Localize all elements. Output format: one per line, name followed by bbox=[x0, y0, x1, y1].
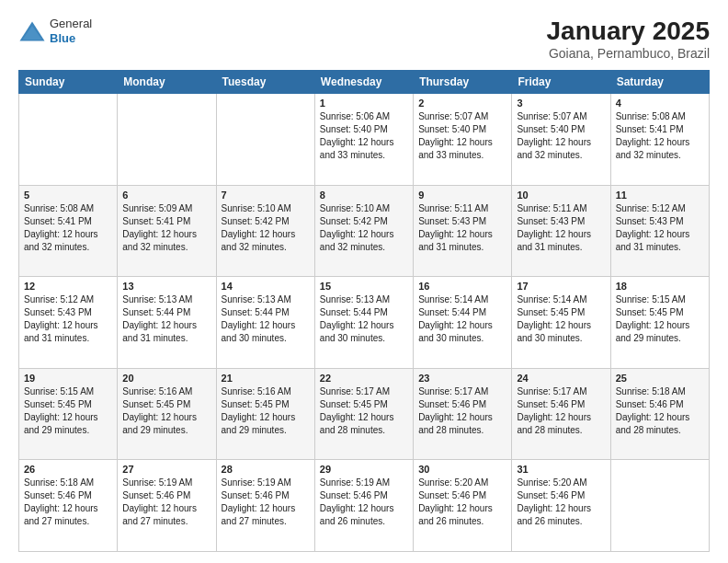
day-number: 13 bbox=[122, 281, 210, 292]
calendar-cell: 22Sunrise: 5:17 AMSunset: 5:45 PMDayligh… bbox=[314, 368, 413, 460]
day-info: Sunrise: 5:17 AMSunset: 5:46 PMDaylight:… bbox=[517, 385, 605, 437]
calendar-cell: 5Sunrise: 5:08 AMSunset: 5:41 PMDaylight… bbox=[19, 185, 118, 277]
calendar-cell: 28Sunrise: 5:19 AMSunset: 5:46 PMDayligh… bbox=[216, 460, 314, 552]
calendar-cell: 18Sunrise: 5:15 AMSunset: 5:45 PMDayligh… bbox=[610, 277, 709, 369]
day-number: 9 bbox=[418, 190, 506, 201]
calendar-cell: 30Sunrise: 5:20 AMSunset: 5:46 PMDayligh… bbox=[414, 460, 512, 552]
calendar-cell: 31Sunrise: 5:20 AMSunset: 5:46 PMDayligh… bbox=[512, 460, 610, 552]
day-info: Sunrise: 5:16 AMSunset: 5:45 PMDaylight:… bbox=[122, 385, 210, 437]
day-number: 18 bbox=[616, 281, 704, 292]
day-info: Sunrise: 5:17 AMSunset: 5:46 PMDaylight:… bbox=[418, 385, 506, 437]
calendar-cell: 8Sunrise: 5:10 AMSunset: 5:42 PMDaylight… bbox=[314, 185, 413, 277]
day-info: Sunrise: 5:17 AMSunset: 5:45 PMDaylight:… bbox=[320, 385, 408, 437]
calendar-cell bbox=[19, 94, 118, 186]
day-info: Sunrise: 5:08 AMSunset: 5:41 PMDaylight:… bbox=[616, 110, 704, 162]
calendar-cell bbox=[118, 94, 216, 186]
day-info: Sunrise: 5:14 AMSunset: 5:44 PMDaylight:… bbox=[418, 293, 506, 345]
day-info: Sunrise: 5:08 AMSunset: 5:41 PMDaylight:… bbox=[24, 202, 112, 254]
day-number: 16 bbox=[418, 281, 506, 292]
title-section: January 2025 Goiana, Pernambuco, Brazil bbox=[547, 17, 710, 61]
calendar-header-friday: Friday bbox=[512, 71, 610, 94]
calendar-cell: 13Sunrise: 5:13 AMSunset: 5:44 PMDayligh… bbox=[118, 277, 216, 369]
calendar-cell: 7Sunrise: 5:10 AMSunset: 5:42 PMDaylight… bbox=[216, 185, 314, 277]
calendar-cell: 1Sunrise: 5:06 AMSunset: 5:40 PMDaylight… bbox=[314, 94, 413, 186]
calendar-week-1: 1Sunrise: 5:06 AMSunset: 5:40 PMDaylight… bbox=[19, 94, 710, 186]
calendar-cell: 4Sunrise: 5:08 AMSunset: 5:41 PMDaylight… bbox=[610, 94, 709, 186]
day-info: Sunrise: 5:20 AMSunset: 5:46 PMDaylight:… bbox=[517, 477, 605, 528]
day-number: 17 bbox=[517, 281, 605, 292]
day-number: 29 bbox=[320, 464, 408, 475]
day-number: 3 bbox=[517, 98, 605, 109]
day-info: Sunrise: 5:10 AMSunset: 5:42 PMDaylight:… bbox=[320, 202, 408, 254]
main-title: January 2025 bbox=[547, 17, 710, 46]
calendar-header-sunday: Sunday bbox=[19, 71, 118, 94]
calendar-cell: 14Sunrise: 5:13 AMSunset: 5:44 PMDayligh… bbox=[216, 277, 314, 369]
day-info: Sunrise: 5:18 AMSunset: 5:46 PMDaylight:… bbox=[616, 385, 704, 437]
calendar-cell: 26Sunrise: 5:18 AMSunset: 5:46 PMDayligh… bbox=[19, 460, 118, 552]
day-info: Sunrise: 5:19 AMSunset: 5:46 PMDaylight:… bbox=[122, 477, 210, 528]
day-info: Sunrise: 5:15 AMSunset: 5:45 PMDaylight:… bbox=[616, 293, 704, 345]
calendar-cell: 29Sunrise: 5:19 AMSunset: 5:46 PMDayligh… bbox=[314, 460, 413, 552]
calendar-header-wednesday: Wednesday bbox=[314, 71, 413, 94]
day-number: 23 bbox=[418, 373, 506, 384]
day-info: Sunrise: 5:10 AMSunset: 5:42 PMDaylight:… bbox=[222, 202, 310, 254]
page: General Blue January 2025 Goiana, Pernam… bbox=[0, 0, 728, 563]
calendar-cell: 6Sunrise: 5:09 AMSunset: 5:41 PMDaylight… bbox=[118, 185, 216, 277]
logo-general: General bbox=[50, 17, 92, 31]
calendar-cell: 17Sunrise: 5:14 AMSunset: 5:45 PMDayligh… bbox=[512, 277, 610, 369]
calendar-cell: 24Sunrise: 5:17 AMSunset: 5:46 PMDayligh… bbox=[512, 368, 610, 460]
logo: General Blue bbox=[18, 17, 92, 45]
calendar-header-thursday: Thursday bbox=[414, 71, 512, 94]
day-info: Sunrise: 5:11 AMSunset: 5:43 PMDaylight:… bbox=[418, 202, 506, 254]
day-info: Sunrise: 5:13 AMSunset: 5:44 PMDaylight:… bbox=[122, 293, 210, 345]
calendar-cell: 27Sunrise: 5:19 AMSunset: 5:46 PMDayligh… bbox=[118, 460, 216, 552]
day-number: 10 bbox=[517, 190, 605, 201]
day-info: Sunrise: 5:09 AMSunset: 5:41 PMDaylight:… bbox=[122, 202, 210, 254]
day-info: Sunrise: 5:11 AMSunset: 5:43 PMDaylight:… bbox=[517, 202, 605, 254]
calendar-cell bbox=[216, 94, 314, 186]
day-number: 12 bbox=[24, 281, 112, 292]
calendar-cell bbox=[610, 460, 709, 552]
day-info: Sunrise: 5:07 AMSunset: 5:40 PMDaylight:… bbox=[418, 110, 506, 162]
calendar-cell: 2Sunrise: 5:07 AMSunset: 5:40 PMDaylight… bbox=[414, 94, 512, 186]
calendar-cell: 20Sunrise: 5:16 AMSunset: 5:45 PMDayligh… bbox=[118, 368, 216, 460]
day-number: 15 bbox=[320, 281, 408, 292]
day-info: Sunrise: 5:19 AMSunset: 5:46 PMDaylight:… bbox=[222, 477, 310, 528]
day-number: 6 bbox=[122, 190, 210, 201]
day-number: 30 bbox=[418, 464, 506, 475]
day-info: Sunrise: 5:06 AMSunset: 5:40 PMDaylight:… bbox=[320, 110, 408, 162]
day-info: Sunrise: 5:12 AMSunset: 5:43 PMDaylight:… bbox=[616, 202, 704, 254]
day-number: 22 bbox=[320, 373, 408, 384]
day-number: 28 bbox=[222, 464, 310, 475]
calendar-header-saturday: Saturday bbox=[610, 71, 709, 94]
calendar-cell: 3Sunrise: 5:07 AMSunset: 5:40 PMDaylight… bbox=[512, 94, 610, 186]
calendar-header-row: SundayMondayTuesdayWednesdayThursdayFrid… bbox=[19, 71, 710, 94]
logo-blue: Blue bbox=[50, 31, 92, 46]
day-info: Sunrise: 5:15 AMSunset: 5:45 PMDaylight:… bbox=[24, 385, 112, 437]
calendar-cell: 16Sunrise: 5:14 AMSunset: 5:44 PMDayligh… bbox=[414, 277, 512, 369]
day-number: 20 bbox=[122, 373, 210, 384]
day-number: 31 bbox=[517, 464, 605, 475]
day-number: 5 bbox=[24, 190, 112, 201]
day-info: Sunrise: 5:20 AMSunset: 5:46 PMDaylight:… bbox=[418, 477, 506, 528]
day-info: Sunrise: 5:16 AMSunset: 5:45 PMDaylight:… bbox=[222, 385, 310, 437]
top-section: General Blue January 2025 Goiana, Pernam… bbox=[18, 17, 710, 61]
calendar-cell: 19Sunrise: 5:15 AMSunset: 5:45 PMDayligh… bbox=[19, 368, 118, 460]
calendar-week-2: 5Sunrise: 5:08 AMSunset: 5:41 PMDaylight… bbox=[19, 185, 710, 277]
day-info: Sunrise: 5:19 AMSunset: 5:46 PMDaylight:… bbox=[320, 477, 408, 528]
day-number: 26 bbox=[24, 464, 112, 475]
calendar-cell: 12Sunrise: 5:12 AMSunset: 5:43 PMDayligh… bbox=[19, 277, 118, 369]
day-info: Sunrise: 5:12 AMSunset: 5:43 PMDaylight:… bbox=[24, 293, 112, 345]
day-info: Sunrise: 5:13 AMSunset: 5:44 PMDaylight:… bbox=[320, 293, 408, 345]
day-info: Sunrise: 5:18 AMSunset: 5:46 PMDaylight:… bbox=[24, 477, 112, 528]
calendar-cell: 23Sunrise: 5:17 AMSunset: 5:46 PMDayligh… bbox=[414, 368, 512, 460]
day-number: 25 bbox=[616, 373, 704, 384]
day-number: 2 bbox=[418, 98, 506, 109]
calendar-week-5: 26Sunrise: 5:18 AMSunset: 5:46 PMDayligh… bbox=[19, 460, 710, 552]
day-number: 24 bbox=[517, 373, 605, 384]
day-number: 21 bbox=[222, 373, 310, 384]
calendar-header-monday: Monday bbox=[118, 71, 216, 94]
calendar-cell: 9Sunrise: 5:11 AMSunset: 5:43 PMDaylight… bbox=[414, 185, 512, 277]
day-number: 4 bbox=[616, 98, 704, 109]
day-number: 1 bbox=[320, 98, 408, 109]
